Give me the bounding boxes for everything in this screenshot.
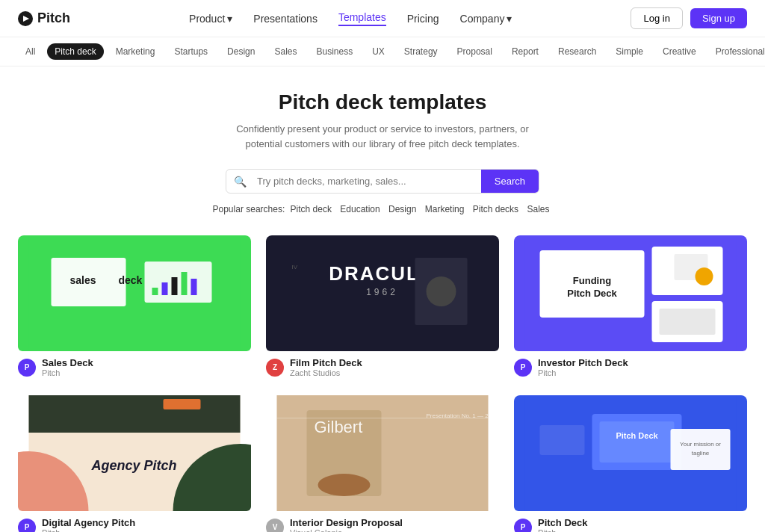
popular-marketing[interactable]: Marketing [425,204,465,214]
svg-text:IV: IV [292,264,298,270]
main-content: Pitch deck templates Confidently present… [0,66,765,532]
card-thumbnail: Gilbert Presentation No. 1 — 2024 June [266,395,499,511]
card-interior-design[interactable]: Gilbert Presentation No. 1 — 2024 June V… [266,395,499,532]
nav-templates[interactable]: Templates [338,11,386,26]
filter-bar: All Pitch deck Marketing Startups Design… [0,37,765,66]
card-text: Sales Deck Pitch [42,357,93,377]
filter-proposal[interactable]: Proposal [450,43,500,60]
filter-research[interactable]: Research [551,43,604,60]
logo[interactable]: Pitch [18,10,70,26]
popular-design[interactable]: Design [388,204,416,214]
main-nav: Product ▾ Presentations Templates Pricin… [189,11,512,26]
filter-creative[interactable]: Creative [655,43,704,60]
filter-startups[interactable]: Startups [167,43,215,60]
card-author: Pitch [538,528,587,532]
card-text: Investor Pitch Deck Pitch [538,357,628,377]
card-thumbnail: Pitch Deck Your mission or tagline [514,395,747,511]
svg-text:sales: sales [70,274,96,286]
card-info: P Pitch Deck Pitch [514,511,747,532]
card-name: Film Pitch Deck [290,357,362,368]
nav-product[interactable]: Product ▾ [189,13,232,25]
popular-sales[interactable]: Sales [527,204,549,214]
card-agency-pitch[interactable]: Agency Pitch P Digital Agency Pitch Pitc… [18,395,251,532]
card-film-pitch[interactable]: DRACULA 1962 IV Z Film Pitch Deck Zacht … [266,235,499,380]
svg-text:Agency Pitch: Agency Pitch [90,458,176,473]
card-sales-deck[interactable]: sales deck P Sales Deck Pitch [18,235,251,380]
filter-professional[interactable]: Professional [708,43,765,60]
svg-text:Pitch Deck: Pitch Deck [567,288,617,299]
svg-rect-48 [540,425,585,455]
card-avatar: P [514,359,532,377]
svg-rect-43 [600,421,675,463]
search-icon: 🔍 [226,176,254,188]
svg-rect-7 [152,288,158,295]
filter-all[interactable]: All [18,43,43,60]
chevron-down-icon: ▾ [507,13,512,25]
svg-rect-11 [191,279,197,295]
svg-rect-6 [145,262,212,303]
popular-education[interactable]: Education [340,204,380,214]
signup-button[interactable]: Sign up [690,8,747,28]
card-thumbnail: sales deck [18,235,251,351]
page-title: Pitch deck templates [18,90,747,114]
filter-ux[interactable]: UX [365,43,392,60]
card-thumbnail: Agency Pitch [18,395,251,511]
search-button[interactable]: Search [481,170,539,193]
svg-rect-32 [164,399,201,409]
card-thumbnail: Funding Pitch Deck [514,235,747,351]
header: Pitch Product ▾ Presentations Templates … [0,0,765,37]
card-author: Pitch [538,368,628,377]
card-investor-pitch[interactable]: Funding Pitch Deck P Investor Pitch Deck… [514,235,747,380]
svg-text:Presentation No. 1 — 2024 June: Presentation No. 1 — 2024 June [427,412,500,419]
login-button[interactable]: Log in [631,7,682,29]
header-actions: Log in Sign up [631,7,747,29]
card-info: P Sales Deck Pitch [18,351,251,380]
card-avatar: V [266,519,284,533]
card-text: Interior Design Proposal Visuel Colonie [290,517,403,532]
card-name: Pitch Deck [538,517,587,528]
svg-text:deck: deck [119,274,143,286]
card-name: Digital Agency Pitch [42,517,135,528]
card-name: Investor Pitch Deck [538,357,628,368]
card-name: Sales Deck [42,357,93,368]
svg-rect-17 [277,235,412,351]
card-avatar: P [514,519,532,533]
svg-text:tagline: tagline [692,450,710,457]
nav-presentations[interactable]: Presentations [253,13,318,25]
chevron-down-icon: ▾ [227,13,232,25]
filter-pitch-deck[interactable]: Pitch deck [47,43,103,60]
filter-sales[interactable]: Sales [267,43,304,60]
card-author: Visuel Colonie [290,528,403,532]
search-box: 🔍 Search [226,169,539,194]
search-section: 🔍 Search [18,169,747,194]
logo-icon [18,11,33,26]
card-text: Pitch Deck Pitch [538,517,587,532]
card-thumbnail: DRACULA 1962 IV [266,235,499,351]
nav-pricing[interactable]: Pricing [407,13,439,25]
card-name: Interior Design Proposal [290,517,403,528]
popular-label: Popular searches: [213,204,285,214]
filter-business[interactable]: Business [309,43,360,60]
popular-pitch-deck[interactable]: Pitch deck [291,204,332,214]
filter-marketing[interactable]: Marketing [108,43,163,60]
svg-text:Gilbert: Gilbert [315,418,363,436]
card-avatar: Z [266,359,284,377]
filter-design[interactable]: Design [220,43,262,60]
svg-rect-27 [660,309,716,335]
card-author: Pitch [42,368,93,377]
filter-report[interactable]: Report [504,43,546,60]
filter-simple[interactable]: Simple [608,43,651,60]
card-author: Pitch [42,528,135,532]
search-input[interactable] [254,170,481,193]
card-pitch-deck[interactable]: Pitch Deck Your mission or tagline P Pit… [514,395,747,532]
filter-strategy[interactable]: Strategy [397,43,445,60]
svg-text:Your mission or: Your mission or [680,441,721,448]
nav-company[interactable]: Company ▾ [460,13,512,25]
popular-pitch-decks[interactable]: Pitch decks [473,204,518,214]
svg-text:Funding: Funding [573,275,611,286]
svg-rect-31 [29,395,241,433]
page-subtitle: Confidently present your product or serv… [18,122,747,151]
card-avatar: P [18,519,36,533]
card-avatar: P [18,359,36,377]
svg-point-36 [318,474,371,496]
